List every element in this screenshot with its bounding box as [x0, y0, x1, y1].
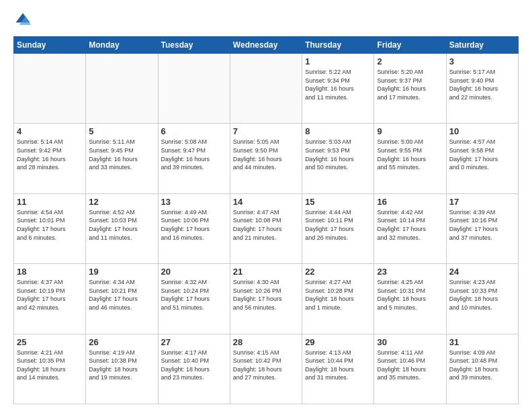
calendar-cell: 31Sunrise: 4:09 AM Sunset: 10:48 PM Dayl…	[446, 334, 518, 404]
day-info: Sunrise: 4:39 AM Sunset: 10:16 PM Daylig…	[449, 208, 515, 242]
day-number: 9	[377, 126, 443, 136]
calendar-cell: 22Sunrise: 4:27 AM Sunset: 10:28 PM Dayl…	[302, 264, 374, 334]
calendar-cell	[14, 54, 86, 124]
day-info: Sunrise: 5:17 AM Sunset: 9:40 PM Dayligh…	[449, 68, 515, 101]
calendar-cell: 3Sunrise: 5:17 AM Sunset: 9:40 PM Daylig…	[446, 54, 518, 124]
day-info: Sunrise: 4:27 AM Sunset: 10:28 PM Daylig…	[305, 278, 371, 312]
day-info: Sunrise: 4:30 AM Sunset: 10:26 PM Daylig…	[233, 278, 299, 312]
day-number: 16	[377, 197, 443, 207]
calendar-cell: 10Sunrise: 4:57 AM Sunset: 9:58 PM Dayli…	[446, 124, 518, 193]
day-number: 10	[449, 126, 515, 136]
day-info: Sunrise: 4:25 AM Sunset: 10:31 PM Daylig…	[377, 278, 443, 312]
day-number: 5	[89, 126, 154, 136]
calendar-cell: 17Sunrise: 4:39 AM Sunset: 10:16 PM Dayl…	[446, 193, 518, 263]
calendar-cell: 19Sunrise: 4:34 AM Sunset: 10:21 PM Dayl…	[86, 264, 158, 334]
calendar-cell: 18Sunrise: 4:37 AM Sunset: 10:19 PM Dayl…	[14, 264, 86, 334]
day-number: 29	[305, 337, 371, 347]
day-info: Sunrise: 4:54 AM Sunset: 10:01 PM Daylig…	[17, 208, 83, 242]
calendar-cell: 16Sunrise: 4:42 AM Sunset: 10:14 PM Dayl…	[374, 193, 446, 263]
day-info: Sunrise: 4:44 AM Sunset: 10:11 PM Daylig…	[305, 208, 371, 242]
day-info: Sunrise: 4:37 AM Sunset: 10:19 PM Daylig…	[17, 278, 83, 312]
day-number: 18	[17, 267, 83, 277]
week-row-5: 25Sunrise: 4:21 AM Sunset: 10:35 PM Dayl…	[14, 334, 519, 404]
logo-icon	[13, 11, 32, 30]
calendar-cell: 21Sunrise: 4:30 AM Sunset: 10:26 PM Dayl…	[230, 264, 302, 334]
day-number: 23	[377, 267, 443, 277]
calendar-cell: 9Sunrise: 5:00 AM Sunset: 9:55 PM Daylig…	[374, 124, 446, 193]
day-number: 27	[161, 337, 227, 347]
weekday-monday: Monday	[86, 37, 158, 54]
calendar-cell: 27Sunrise: 4:17 AM Sunset: 10:40 PM Dayl…	[158, 334, 230, 404]
week-row-1: 1Sunrise: 5:22 AM Sunset: 9:34 PM Daylig…	[14, 54, 519, 124]
day-number: 15	[305, 197, 371, 207]
day-info: Sunrise: 4:47 AM Sunset: 10:08 PM Daylig…	[233, 208, 299, 242]
calendar-cell: 5Sunrise: 5:11 AM Sunset: 9:45 PM Daylig…	[86, 124, 158, 193]
calendar-cell: 1Sunrise: 5:22 AM Sunset: 9:34 PM Daylig…	[302, 54, 374, 124]
day-info: Sunrise: 4:15 AM Sunset: 10:42 PM Daylig…	[233, 349, 299, 382]
day-info: Sunrise: 4:34 AM Sunset: 10:21 PM Daylig…	[89, 278, 154, 312]
calendar-cell	[158, 54, 230, 124]
weekday-friday: Friday	[374, 37, 446, 54]
weekday-saturday: Saturday	[446, 37, 518, 54]
weekday-header-row: SundayMondayTuesdayWednesdayThursdayFrid…	[14, 37, 519, 54]
day-info: Sunrise: 4:19 AM Sunset: 10:38 PM Daylig…	[89, 349, 154, 382]
day-info: Sunrise: 4:21 AM Sunset: 10:35 PM Daylig…	[17, 349, 83, 382]
day-info: Sunrise: 4:11 AM Sunset: 10:46 PM Daylig…	[377, 349, 443, 382]
calendar-cell: 15Sunrise: 4:44 AM Sunset: 10:11 PM Dayl…	[302, 193, 374, 263]
logo	[13, 11, 35, 30]
calendar-cell: 26Sunrise: 4:19 AM Sunset: 10:38 PM Dayl…	[86, 334, 158, 404]
calendar-table: SundayMondayTuesdayWednesdayThursdayFrid…	[13, 36, 519, 404]
page: SundayMondayTuesdayWednesdayThursdayFrid…	[0, 0, 532, 411]
calendar-cell: 28Sunrise: 4:15 AM Sunset: 10:42 PM Dayl…	[230, 334, 302, 404]
day-info: Sunrise: 4:49 AM Sunset: 10:06 PM Daylig…	[161, 208, 227, 242]
day-number: 7	[233, 126, 299, 136]
calendar-cell: 29Sunrise: 4:13 AM Sunset: 10:44 PM Dayl…	[302, 334, 374, 404]
weekday-sunday: Sunday	[14, 37, 86, 54]
day-number: 11	[17, 197, 83, 207]
day-number: 31	[449, 337, 515, 347]
day-info: Sunrise: 4:09 AM Sunset: 10:48 PM Daylig…	[449, 349, 515, 382]
calendar-cell: 25Sunrise: 4:21 AM Sunset: 10:35 PM Dayl…	[14, 334, 86, 404]
calendar-cell: 12Sunrise: 4:52 AM Sunset: 10:03 PM Dayl…	[86, 193, 158, 263]
day-info: Sunrise: 5:20 AM Sunset: 9:37 PM Dayligh…	[377, 68, 443, 101]
day-number: 26	[89, 337, 154, 347]
day-number: 1	[305, 56, 371, 66]
day-number: 17	[449, 197, 515, 207]
calendar-cell: 20Sunrise: 4:32 AM Sunset: 10:24 PM Dayl…	[158, 264, 230, 334]
day-info: Sunrise: 4:42 AM Sunset: 10:14 PM Daylig…	[377, 208, 443, 242]
calendar-cell: 30Sunrise: 4:11 AM Sunset: 10:46 PM Dayl…	[374, 334, 446, 404]
weekday-thursday: Thursday	[302, 37, 374, 54]
calendar-cell	[230, 54, 302, 124]
day-number: 28	[233, 337, 299, 347]
day-info: Sunrise: 4:57 AM Sunset: 9:58 PM Dayligh…	[449, 138, 515, 171]
day-info: Sunrise: 4:52 AM Sunset: 10:03 PM Daylig…	[89, 208, 154, 242]
calendar-cell: 14Sunrise: 4:47 AM Sunset: 10:08 PM Dayl…	[230, 193, 302, 263]
day-number: 22	[305, 267, 371, 277]
weekday-tuesday: Tuesday	[158, 37, 230, 54]
day-number: 8	[305, 126, 371, 136]
calendar-cell: 8Sunrise: 5:03 AM Sunset: 9:53 PM Daylig…	[302, 124, 374, 193]
calendar-cell: 4Sunrise: 5:14 AM Sunset: 9:42 PM Daylig…	[14, 124, 86, 193]
calendar-cell: 6Sunrise: 5:08 AM Sunset: 9:47 PM Daylig…	[158, 124, 230, 193]
day-info: Sunrise: 5:03 AM Sunset: 9:53 PM Dayligh…	[305, 138, 371, 171]
calendar-cell: 23Sunrise: 4:25 AM Sunset: 10:31 PM Dayl…	[374, 264, 446, 334]
week-row-2: 4Sunrise: 5:14 AM Sunset: 9:42 PM Daylig…	[14, 124, 519, 193]
day-info: Sunrise: 4:17 AM Sunset: 10:40 PM Daylig…	[161, 349, 227, 382]
day-info: Sunrise: 4:13 AM Sunset: 10:44 PM Daylig…	[305, 349, 371, 382]
day-number: 21	[233, 267, 299, 277]
day-info: Sunrise: 5:05 AM Sunset: 9:50 PM Dayligh…	[233, 138, 299, 171]
day-number: 20	[161, 267, 227, 277]
day-number: 19	[89, 267, 154, 277]
day-number: 6	[161, 126, 227, 136]
day-info: Sunrise: 5:11 AM Sunset: 9:45 PM Dayligh…	[89, 138, 154, 171]
day-info: Sunrise: 5:14 AM Sunset: 9:42 PM Dayligh…	[17, 138, 83, 171]
calendar-cell	[86, 54, 158, 124]
calendar-cell: 7Sunrise: 5:05 AM Sunset: 9:50 PM Daylig…	[230, 124, 302, 193]
day-number: 12	[89, 197, 154, 207]
day-number: 4	[17, 126, 83, 136]
week-row-4: 18Sunrise: 4:37 AM Sunset: 10:19 PM Dayl…	[14, 264, 519, 334]
weekday-wednesday: Wednesday	[230, 37, 302, 54]
day-info: Sunrise: 5:22 AM Sunset: 9:34 PM Dayligh…	[305, 68, 371, 101]
day-number: 13	[161, 197, 227, 207]
calendar-cell: 24Sunrise: 4:23 AM Sunset: 10:33 PM Dayl…	[446, 264, 518, 334]
